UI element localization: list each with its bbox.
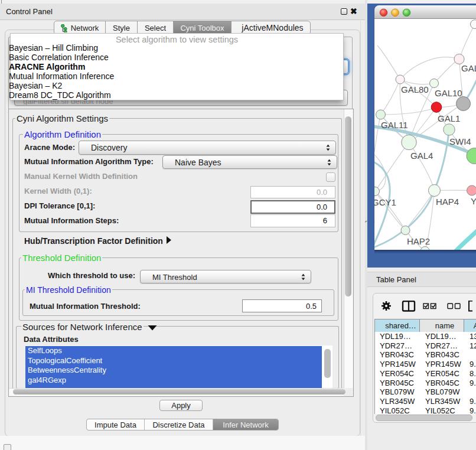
svg-text:GCY1: GCY1 (374, 197, 396, 207)
svg-text:HAP2: HAP2 (407, 236, 430, 246)
svg-text:GAL11: GAL11 (381, 120, 408, 130)
svg-text:GAL: GAL (461, 63, 476, 73)
svg-text:Y: Y (471, 196, 476, 206)
svg-text:HAP4: HAP4 (436, 197, 459, 207)
svg-text:GAL1: GAL1 (438, 113, 460, 123)
svg-text:GAL10: GAL10 (435, 88, 462, 98)
svg-text:GAL4: GAL4 (410, 151, 433, 161)
svg-text:GAL80: GAL80 (401, 84, 429, 94)
svg-text:SWI4: SWI4 (449, 136, 471, 146)
